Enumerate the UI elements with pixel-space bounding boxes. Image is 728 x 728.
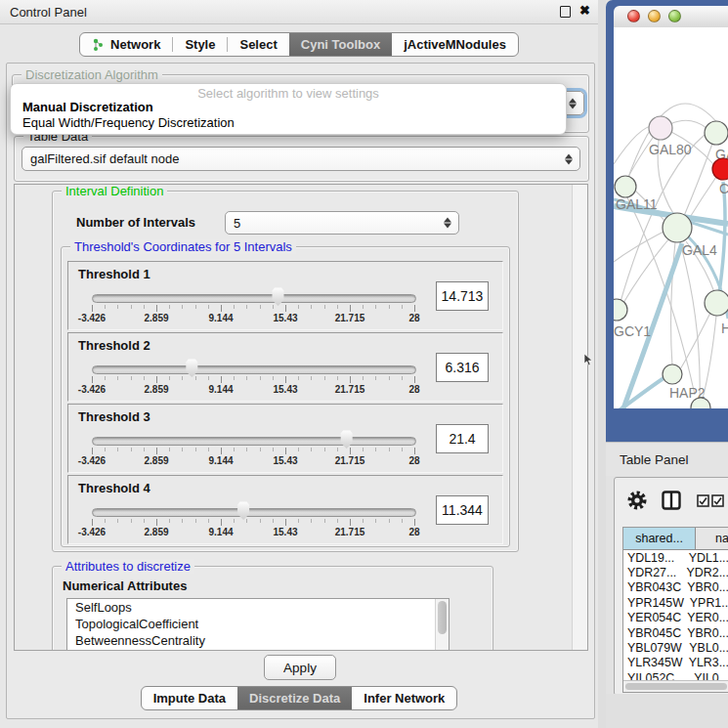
threshold-value-field[interactable]: 21.4 [436,424,489,453]
zoom-traffic-light-icon[interactable] [668,10,681,22]
threshold-slider-track[interactable] [92,365,416,374]
tab-jactivemnodules[interactable]: jActiveMNodules [392,33,518,56]
popup-item-manual-discretization[interactable]: Manual Discretization [22,100,153,114]
slider-tick-label: 9.144 [197,313,244,323]
combo-stepper-icon[interactable] [565,153,573,164]
settings-scrollbar[interactable] [572,185,587,650]
mouse-cursor [584,354,594,366]
threshold-slider-track[interactable] [92,508,416,517]
slider-tick [324,519,325,523]
threshold-value-field[interactable]: 14.713 [436,281,489,311]
table-row[interactable]: YDL19...YDL1... [623,550,728,565]
slider-tick [324,448,325,451]
threshold-panel-1: Threshold 1-3.4262.8599.14415.4321.71528… [67,261,503,330]
combo-stepper-icon[interactable] [444,218,451,229]
table-row[interactable]: YBR043CYBR0... [623,580,728,595]
slider-tick [195,448,196,451]
close-icon[interactable]: ✖ [579,3,590,18]
slider-tick-label: 28 [391,527,438,537]
network-canvas[interactable]: GAL80GALCGAL11GAL4GCY1HHAP2 [614,27,728,408]
split-columns-icon[interactable] [662,491,681,510]
control-panel-titlebar: Control Panel ✖ [0,0,598,24]
table-panel-title: Table Panel [620,452,689,467]
slider-tick [402,519,403,523]
slider-tick [363,519,364,523]
column-header-name[interactable]: na [696,528,728,549]
slider-tick [298,448,299,451]
apply-button[interactable]: Apply [264,655,336,680]
network-icon [92,38,105,52]
slider-tick [246,376,247,380]
algorithm-dropdown-popup: Select algorithm to view settings Manual… [10,83,567,135]
threshold-slider-thumb[interactable] [271,287,285,306]
tab-discretize-data[interactable]: Discretize Data [237,687,352,709]
slider-tick [221,519,222,526]
table-data-combobox[interactable]: galFiltered.sif default node [21,147,580,171]
checkbox-icon[interactable] [711,494,724,507]
network-node-gal[interactable] [705,121,728,145]
table-panel-header: Table Panel [606,442,728,476]
threshold-label: Threshold 2 [78,338,150,353]
list-scrollbar-thumb[interactable] [438,601,447,634]
combo-stepper-icon[interactable] [569,98,577,108]
list-scrollbar[interactable] [435,599,449,651]
table-row[interactable]: YLR345WYLR3... [623,656,728,670]
tab-impute-data[interactable]: Impute Data [142,687,237,709]
table-row[interactable]: YBL079WYBL0... [623,640,728,655]
table-hscrollbar-thumb[interactable] [625,683,727,690]
slider-tick [105,448,106,451]
network-node-gal80[interactable] [649,116,672,140]
popup-item-equal-width-frequency[interactable]: Equal Width/Frequency Discretization [22,115,235,130]
slider-tick [324,305,325,309]
tab-cyni-toolbox[interactable]: Cyni Toolbox [289,33,392,56]
tab-infer-network[interactable]: Infer Network [352,687,456,709]
threshold-value-field[interactable]: 6.316 [436,353,489,382]
table-row[interactable]: YPR145WYPR1... [623,595,728,610]
column-header-shared-name[interactable]: shared... [623,528,696,549]
network-node-c[interactable] [712,158,728,180]
slider-tick [144,448,145,451]
table-horizontal-scrollbar[interactable] [623,680,728,692]
threshold-panel-2: Threshold 2-3.4262.8599.14415.4321.71528… [67,332,503,402]
table-row[interactable]: YBR045CYBR0... [623,625,728,640]
slider-tick [375,376,376,380]
threshold-slider-track[interactable] [92,437,416,446]
threshold-slider-thumb[interactable] [185,359,199,377]
network-node-gal11[interactable] [615,176,636,197]
slider-tick [389,376,390,380]
slider-tick [337,376,338,380]
slider-tick-label: 2.859 [133,527,180,537]
network-node-h[interactable] [705,290,728,316]
tab-select[interactable]: Select [228,33,288,56]
table-row[interactable]: YDR27...YDR2... [623,565,728,579]
node-attribute-table[interactable]: shared... na YDL19...YDL1...YDR27...YDR2… [622,527,728,693]
network-node-hap2[interactable] [663,364,682,384]
panel-splitter[interactable] [598,0,606,728]
network-node-gal4[interactable] [663,213,692,242]
minimize-traffic-light-icon[interactable] [648,10,661,22]
gear-icon[interactable] [626,490,648,511]
float-window-icon[interactable] [560,6,571,18]
table-row[interactable]: YER054CYER0... [623,611,728,625]
slider-tick [389,519,390,523]
top-tabbox: NetworkStyleSelectCyni ToolboxjActiveMNo… [79,32,519,57]
attribute-list-item[interactable]: SelfLoops [67,599,449,616]
slider-tick-label: 28 [391,384,438,395]
number-of-intervals-combobox[interactable]: 5 [225,211,459,235]
network-node-gcy1[interactable] [614,299,627,321]
threshold-slider-track[interactable] [92,294,416,303]
checkbox-icon[interactable] [697,494,709,507]
slider-tick [117,305,118,309]
numerical-attributes-list[interactable]: SelfLoopsTopologicalCoefficientBetweenne… [66,598,450,651]
slider-tick [246,448,247,451]
cell-shared-name: YLR345W [623,656,683,669]
slider-tick [260,519,261,523]
threshold-slider-thumb[interactable] [236,501,251,520]
attribute-list-item[interactable]: BetweennessCentrality [67,632,449,649]
threshold-slider-thumb[interactable] [339,430,354,449]
attribute-list-item[interactable]: TopologicalCoefficient [67,616,449,632]
tab-network[interactable]: Network [80,33,172,56]
close-traffic-light-icon[interactable] [627,10,640,22]
tab-style[interactable]: Style [173,33,227,56]
threshold-value-field[interactable]: 11.344 [436,495,489,525]
